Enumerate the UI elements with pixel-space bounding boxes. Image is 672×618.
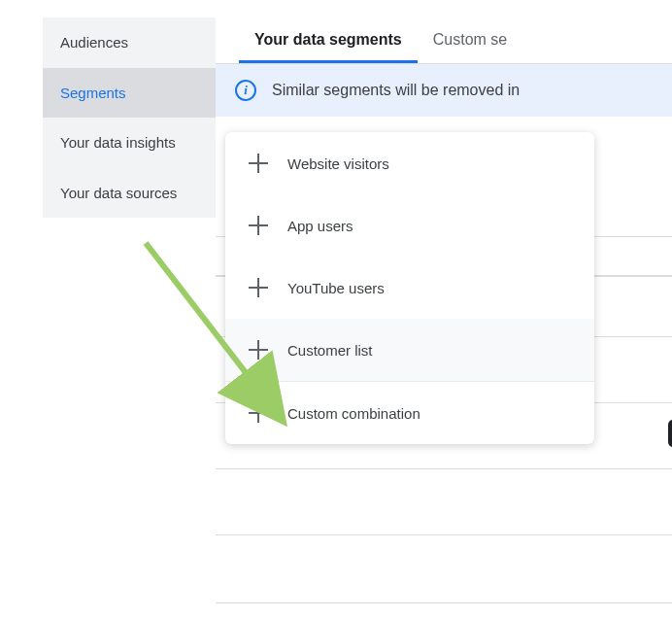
sidebar-item-audiences[interactable]: Audiences — [43, 17, 216, 68]
tab-your-data-segments[interactable]: Your data segments — [239, 17, 418, 63]
menu-item-label: Customer list — [287, 342, 373, 359]
plus-icon — [249, 154, 268, 173]
menu-item-label: Website visitors — [287, 155, 389, 172]
menu-item-youtube-users[interactable]: YouTube users — [225, 257, 594, 319]
menu-item-website-visitors[interactable]: Website visitors — [225, 132, 594, 194]
menu-item-label: Custom combination — [287, 405, 420, 422]
info-icon: i — [235, 80, 256, 101]
sidebar-item-label: Your data insights — [60, 134, 176, 151]
tab-label: Custom se — [433, 31, 507, 48]
sidebar-item-label: Your data sources — [60, 185, 177, 201]
plus-icon — [249, 216, 268, 235]
plus-icon — [249, 278, 268, 297]
scroll-nub — [668, 420, 672, 447]
sidebar-item-data-sources[interactable]: Your data sources — [43, 168, 216, 219]
sidebar-item-label: Audiences — [60, 34, 128, 51]
menu-item-app-users[interactable]: App users — [225, 194, 594, 257]
tab-label: Your data segments — [254, 31, 402, 48]
sidebar-item-segments[interactable]: Segments — [43, 68, 216, 119]
sidebar-item-data-insights[interactable]: Your data insights — [43, 118, 216, 168]
menu-item-label: App users — [287, 218, 353, 234]
menu-item-custom-combination[interactable]: Custom combination — [225, 382, 594, 444]
tabs: Your data segments Custom se — [216, 17, 672, 64]
menu-item-label: YouTube users — [287, 280, 385, 296]
tab-custom-segments[interactable]: Custom se — [418, 17, 507, 63]
info-banner: i Similar segments will be removed in — [216, 64, 672, 117]
plus-icon — [249, 403, 268, 423]
menu-item-customer-list[interactable]: Customer list — [225, 319, 594, 381]
sidebar: Audiences Segments Your data insights Yo… — [43, 17, 216, 218]
sidebar-item-label: Segments — [60, 85, 126, 101]
segment-type-menu: Website visitors App users YouTube users… — [225, 132, 594, 444]
main-content: Your data segments Custom se i Similar s… — [216, 17, 672, 218]
banner-text: Similar segments will be removed in — [272, 82, 520, 99]
plus-icon — [249, 340, 268, 360]
